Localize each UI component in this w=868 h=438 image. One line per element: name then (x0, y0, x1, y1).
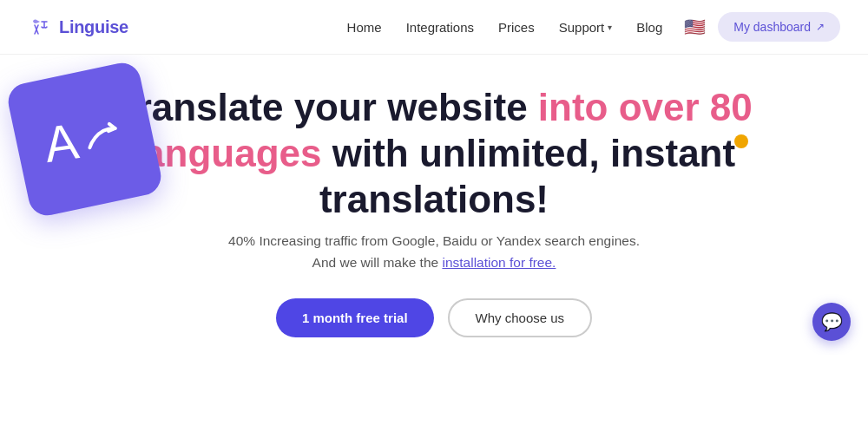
flag-icon: 🇺🇸 (684, 16, 706, 37)
nav-blog[interactable]: Blog (636, 20, 662, 35)
svg-rect-0 (28, 15, 52, 39)
translate-arrow-icon (76, 111, 128, 162)
nav-links: Home Integrations Prices Support ▾ Blog (347, 20, 663, 35)
translate-icon: A (41, 105, 128, 173)
hero-heading-part2: with unlimited, instant translations! (319, 132, 735, 220)
nav-integrations[interactable]: Integrations (406, 20, 474, 35)
hero-subtext: 40% Increasing traffic from Google, Baid… (228, 231, 640, 274)
free-trial-button[interactable]: 1 month free trial (276, 298, 434, 337)
hero-heading: Translate your website into over 80 lang… (104, 85, 764, 222)
hero-section: A Translate your website into over 80 la… (0, 55, 868, 355)
translate-card-decoration: A (5, 60, 165, 219)
nav-home[interactable]: Home (347, 20, 382, 35)
external-link-icon: ↗ (816, 21, 825, 33)
language-selector-button[interactable]: 🇺🇸 (680, 12, 709, 42)
hero-heading-part1: Translate your website (115, 86, 538, 128)
chat-icon: 💬 (821, 311, 843, 332)
dashboard-button[interactable]: My dashboard ↗ (718, 12, 840, 42)
chat-bubble-button[interactable]: 💬 (812, 303, 851, 341)
logo-icon (28, 15, 52, 39)
nav-support[interactable]: Support ▾ (559, 20, 613, 35)
support-chevron-icon: ▾ (608, 23, 612, 32)
logo[interactable]: Linguise (28, 15, 128, 39)
why-choose-us-button[interactable]: Why choose us (448, 298, 593, 337)
nav-prices[interactable]: Prices (498, 20, 535, 35)
orange-dot-decoration (734, 134, 748, 148)
navbar: Linguise Home Integrations Prices Suppor… (0, 0, 868, 55)
cta-buttons: 1 month free trial Why choose us (276, 298, 592, 337)
logo-text: Linguise (59, 17, 128, 37)
installation-link[interactable]: installation for free. (442, 255, 556, 270)
